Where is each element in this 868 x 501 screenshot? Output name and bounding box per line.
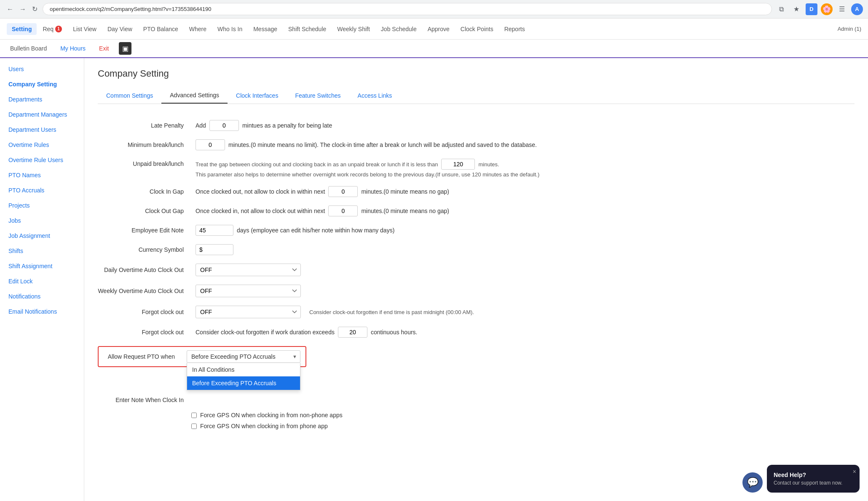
exit-link[interactable]: Exit [96, 43, 112, 53]
min-break-input[interactable] [196, 139, 225, 150]
extensions-icon[interactable]: ☰ [836, 3, 848, 15]
allow-pto-option-before-exceeding[interactable]: Before Exceeding PTO Accruals [187, 376, 300, 390]
allow-pto-highlighted: Allow Request PTO when Before Exceeding … [98, 346, 306, 367]
browser-nav[interactable]: ← → ↻ [5, 3, 39, 15]
sidebar-item-shifts[interactable]: Shifts [0, 243, 84, 258]
sidebar-item-notifications[interactable]: Notifications [0, 289, 84, 304]
tab-access-links[interactable]: Access Links [349, 88, 401, 104]
sidebar-item-projects[interactable]: Projects [0, 198, 84, 213]
allow-pto-label: Allow Request PTO when [104, 353, 182, 360]
clock-in-gap-desc: Once clocked out, not allow to clock in … [196, 188, 325, 195]
top-nav-item-setting[interactable]: Setting [7, 23, 37, 35]
clock-in-gap-label: Clock In Gap [98, 188, 190, 195]
employee-edit-note-label: Employee Edit Note [98, 227, 190, 234]
currency-symbol-label: Currency Symbol [98, 246, 190, 253]
help-close-button[interactable]: × [853, 468, 856, 475]
daily-overtime-row: Daily Overtime Auto Clock Out OFF ON [98, 264, 855, 276]
forward-button[interactable]: → [18, 4, 28, 15]
top-nav-item-message[interactable]: Message [248, 23, 282, 35]
allow-pto-option-all-conditions[interactable]: In All Conditions [187, 363, 300, 376]
daily-overtime-label: Daily Overtime Auto Clock Out [98, 266, 190, 273]
force-gps-non-phone-label: Force GPS ON when clocking in from non-p… [200, 412, 343, 418]
sidebar-item-pto_accruals[interactable]: PTO Accruals [0, 183, 84, 198]
forgot-clock-out-hours-label: Forgot clock out [98, 329, 190, 336]
sidebar-item-shift_assignment[interactable]: Shift Assignment [0, 258, 84, 274]
allow-pto-select-container[interactable]: Before Exceeding PTO Accruals ▼ [187, 350, 300, 363]
main-layout: UsersCompany SettingDepartmentsDepartmen… [0, 58, 868, 501]
clock-in-gap-input[interactable] [328, 186, 358, 197]
force-gps-phone-checkbox[interactable] [191, 424, 197, 429]
sidebar-item-users[interactable]: Users [0, 61, 84, 77]
sidebar-item-overtime_rules[interactable]: Overtime Rules [0, 137, 84, 152]
force-gps-non-phone-row: Force GPS ON when clocking in from non-p… [191, 412, 855, 418]
ext-flower-icon[interactable]: 🌸 [821, 3, 833, 15]
sidebar-item-job_assignment[interactable]: Job Assignment [0, 228, 84, 243]
forgot-clock-out-hours-inputs: Consider clock-out forgotten if work dur… [196, 327, 417, 338]
late-penalty-suffix: mintues as a penalty for being late [242, 122, 332, 129]
tab-feature-switches[interactable]: Feature Switches [287, 88, 349, 104]
min-break-row: Minimum break/lunch minutes.(0 minute me… [98, 139, 855, 150]
late-penalty-input[interactable] [209, 120, 239, 131]
unpaid-break-desc3: This parameter also helps to determine w… [196, 171, 855, 178]
employee-edit-note-input[interactable] [196, 225, 233, 236]
top-nav-item-job_schedule[interactable]: Job Schedule [376, 23, 422, 35]
ext-d-icon[interactable]: D [806, 3, 817, 15]
clock-out-gap-inputs: Once clocked in, not allow to clock out … [196, 205, 449, 216]
late-penalty-label: Late Penalty [98, 122, 190, 129]
sidebar-item-departments[interactable]: Departments [0, 92, 84, 107]
top-nav-item-shift_schedule[interactable]: Shift Schedule [283, 23, 331, 35]
top-nav-item-pto_balance[interactable]: PTO Balance [138, 23, 183, 35]
sidebar-item-edit_lock[interactable]: Edit Lock [0, 274, 84, 289]
reload-button[interactable]: ↻ [30, 3, 39, 15]
top-nav-item-where[interactable]: Where [184, 23, 212, 35]
content-area: Company Setting Common Settings Advanced… [84, 58, 868, 501]
page-title: Company Setting [98, 68, 855, 79]
top-nav-item-day_view[interactable]: Day View [102, 23, 137, 35]
back-button[interactable]: ← [5, 4, 15, 15]
clock-out-gap-desc: Once clocked in, not allow to clock out … [196, 208, 325, 214]
employee-edit-note-desc: days (employee can edit his/her note wit… [237, 227, 394, 234]
my-hours-link[interactable]: My Hours [57, 43, 89, 53]
top-nav-item-list_view[interactable]: List View [68, 23, 102, 35]
min-break-desc: minutes.(0 minute means no limit). The c… [228, 141, 537, 148]
sidebar-item-department_managers[interactable]: Department Managers [0, 107, 84, 122]
chat-bubble-button[interactable]: 💬 [742, 472, 763, 493]
min-break-inputs: minutes.(0 minute means no limit). The c… [196, 139, 537, 150]
force-gps-non-phone-checkbox[interactable] [191, 413, 197, 418]
bookmark-icon[interactable]: ★ [790, 3, 802, 15]
allow-pto-select-value[interactable]: Before Exceeding PTO Accruals [187, 350, 300, 363]
forgot-hours-input[interactable] [338, 327, 367, 338]
screenshot-icon[interactable]: ⧉ [775, 3, 787, 15]
top-nav-item-clock_points[interactable]: Clock Points [455, 23, 498, 35]
sidebar-item-company_setting[interactable]: Company Setting [0, 77, 84, 92]
admin-label: Admin (1) [838, 26, 861, 32]
employee-edit-note-inputs: days (employee can edit his/her note wit… [196, 225, 394, 236]
top-nav-item-weekly_shift[interactable]: Weekly Shift [332, 23, 375, 35]
forgot-clock-out-select[interactable]: OFF ON [196, 306, 301, 318]
tab-clock-interfaces[interactable]: Clock Interfaces [228, 88, 287, 104]
clock-out-gap-input[interactable] [328, 205, 358, 216]
sidebar-items-container: UsersCompany SettingDepartmentsDepartmen… [0, 61, 84, 319]
top-nav-item-reports[interactable]: Reports [499, 23, 530, 35]
weekly-overtime-select[interactable]: OFF ON [196, 285, 301, 297]
tab-advanced-settings[interactable]: Advanced Settings [161, 88, 228, 104]
user-avatar[interactable]: A [851, 3, 863, 15]
url-bar[interactable]: opentimeclock.com/q2/mCompanySetting.htm… [43, 3, 772, 15]
top-nav-item-who_is_in[interactable]: Who Is In [212, 23, 247, 35]
kiosk-icon[interactable]: ▣ [119, 42, 131, 55]
unpaid-break-input[interactable] [441, 159, 475, 170]
sidebar-item-email_notifications[interactable]: Email Notifications [0, 304, 84, 319]
forgot-hours-suffix: continuous hours. [371, 329, 418, 336]
currency-symbol-input[interactable] [196, 244, 233, 255]
tab-common-settings[interactable]: Common Settings [98, 88, 161, 104]
daily-overtime-select[interactable]: OFF ON [196, 264, 301, 276]
top-nav-item-approve[interactable]: Approve [423, 23, 455, 35]
top-nav-item-request[interactable]: Req1 [38, 23, 67, 35]
sidebar-item-jobs[interactable]: Jobs [0, 213, 84, 228]
forgot-clock-out-desc: Consider clock-out forgotten if end time… [309, 309, 474, 315]
sidebar-item-overtime_rule_users[interactable]: Overtime Rule Users [0, 152, 84, 168]
bulletin-board-link[interactable]: Bulletin Board [7, 43, 50, 53]
help-title: Need Help? [774, 472, 853, 478]
sidebar-item-pto_names[interactable]: PTO Names [0, 168, 84, 183]
sidebar-item-department_users[interactable]: Department Users [0, 122, 84, 137]
